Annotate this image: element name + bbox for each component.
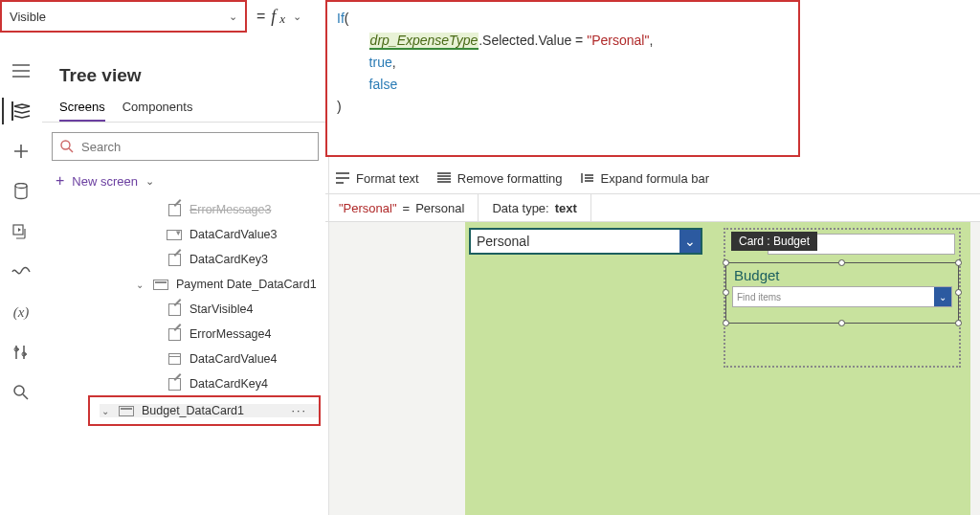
flows-icon[interactable]	[11, 262, 31, 281]
selected-tree-item-frame: ⌄ Budget_DataCard1 ···	[88, 395, 321, 426]
resize-handle[interactable]	[838, 320, 845, 326]
tree-item[interactable]: StarVisible4	[42, 297, 328, 322]
chevron-down-icon: ⌄	[229, 11, 237, 23]
expand-formula-button[interactable]: Expand formula bar	[580, 171, 709, 186]
tree-search[interactable]	[52, 132, 319, 161]
fx-prefix: = fx ⌄	[247, 0, 311, 33]
more-icon[interactable]: ···	[292, 404, 319, 417]
card-tooltip: Card : Budget	[731, 232, 817, 251]
tab-screens[interactable]: Screens	[59, 94, 105, 122]
form-canvas[interactable]: Personal ⌄ Card : Budget Budget Find ite…	[465, 222, 970, 515]
tree-title: Tree view	[42, 65, 328, 94]
card-icon	[153, 280, 168, 290]
chevron-down-icon: ⌄	[934, 287, 951, 306]
property-dropdown[interactable]: Visible ⌄	[0, 0, 247, 33]
label-icon	[168, 303, 181, 316]
chevron-down-icon: ⌄	[134, 280, 145, 290]
tools-icon[interactable]	[11, 343, 31, 362]
budget-find-items[interactable]: Find items ⌄	[732, 286, 952, 307]
chevron-down-icon[interactable]: ⌄	[293, 11, 301, 23]
search-icon	[60, 140, 74, 153]
formula-toolbar: Format text Remove formatting Expand for…	[325, 165, 980, 191]
tree-item-group[interactable]: ⌄Payment Date_DataCard1	[42, 272, 328, 297]
expense-type-dropdown[interactable]: Personal ⌄	[469, 228, 702, 255]
chevron-down-icon: ⌄	[679, 230, 701, 253]
tree-item[interactable]: DataCardValue4	[42, 347, 328, 371]
tree-search-input[interactable]	[81, 140, 310, 154]
resize-handle[interactable]	[723, 289, 729, 296]
resize-handle[interactable]	[955, 320, 962, 326]
label-icon	[168, 254, 181, 266]
tree-item[interactable]: DataCardValue3	[42, 222, 328, 247]
remove-format-icon	[436, 171, 452, 185]
data-type: Data type: text	[479, 194, 590, 221]
resize-handle[interactable]	[723, 259, 729, 266]
label-icon	[168, 328, 181, 341]
tree-view-icon[interactable]	[11, 101, 31, 121]
card-icon	[119, 406, 134, 416]
formula-bar[interactable]: If( drp_ExpenseType.Selected.Value = "Pe…	[325, 0, 800, 157]
format-text-button[interactable]: Format text	[335, 171, 419, 186]
svg-point-4	[14, 386, 24, 395]
tree-item[interactable]: DataCardKey3	[42, 247, 328, 272]
format-icon	[335, 171, 350, 185]
svg-point-0	[15, 184, 27, 189]
chevron-down-icon: ⌄	[145, 175, 154, 188]
media-icon[interactable]	[11, 222, 31, 241]
resize-handle[interactable]	[723, 320, 729, 326]
plus-icon: +	[56, 172, 64, 190]
remove-formatting-button[interactable]: Remove formatting	[436, 171, 563, 186]
tree-items: ErrorMessage3 DataCardValue3 DataCardKey…	[42, 195, 328, 426]
calendar-icon	[168, 353, 181, 365]
new-screen-button[interactable]: + New screen ⌄	[42, 167, 328, 195]
tree-panel: Tree view Screens Components + New scree…	[42, 50, 329, 515]
variables-icon[interactable]: (x)	[11, 302, 31, 322]
insert-icon[interactable]	[11, 142, 31, 161]
property-dropdown-value: Visible	[10, 10, 46, 24]
nav-rail: (x)	[0, 50, 42, 402]
tab-components[interactable]: Components	[122, 94, 193, 122]
search-icon[interactable]	[11, 383, 31, 402]
tree-item-budget[interactable]: ⌄ Budget_DataCard1 ···	[100, 404, 319, 417]
tree-item[interactable]: ErrorMessage3	[42, 197, 328, 222]
chevron-down-icon: ⌄	[100, 406, 111, 416]
tree-item[interactable]: ErrorMessage4	[42, 322, 328, 347]
resize-handle[interactable]	[838, 259, 845, 266]
formula-info-row: "Personal" = Personal Data type: text	[325, 193, 980, 222]
budget-card-selected[interactable]: Budget Find items ⌄	[725, 262, 959, 324]
literal-eval: "Personal" = Personal	[325, 194, 479, 221]
resize-handle[interactable]	[955, 289, 962, 296]
dropdown-icon	[167, 230, 182, 240]
resize-handle[interactable]	[955, 259, 962, 266]
svg-point-5	[61, 141, 70, 149]
label-icon	[168, 204, 181, 216]
budget-card-title: Budget	[726, 263, 958, 283]
label-icon	[168, 378, 181, 391]
canvas-wrap: Personal ⌄ Card : Budget Budget Find ite…	[329, 222, 980, 515]
tree-item[interactable]: DataCardKey4	[42, 371, 328, 396]
data-icon[interactable]	[11, 182, 31, 201]
hamburger-icon[interactable]	[11, 61, 31, 80]
expand-icon	[580, 171, 595, 185]
